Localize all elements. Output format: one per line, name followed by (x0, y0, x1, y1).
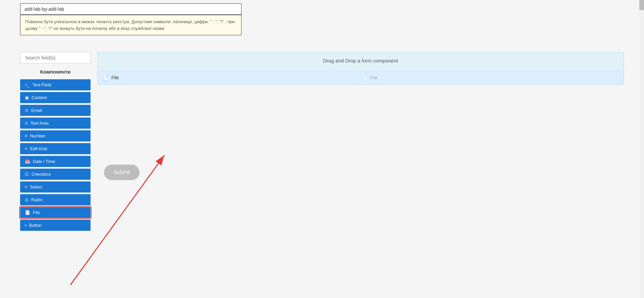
text-field-label: Text Field (33, 82, 51, 87)
file-form-row[interactable]: 📄 File 📄 File (97, 71, 624, 85)
components-list: >_Text Field▣Content⊙EmailAText Area#Num… (20, 79, 91, 231)
search-input[interactable] (20, 52, 91, 63)
scrollbar[interactable] (639, 0, 644, 298)
select-label: Select (30, 184, 42, 189)
component-btn-number[interactable]: #Number (20, 130, 91, 141)
radio-label: Radio (31, 197, 43, 202)
page-wrapper: add-lab-bp-add-lab Повинна бути унікальн… (0, 0, 644, 298)
file-icon: 📄 (25, 210, 30, 215)
component-btn-edit-grid[interactable]: ≡Edit Grid (20, 143, 91, 154)
content-label: Content (32, 95, 47, 100)
component-btn-file[interactable]: 📄File (20, 207, 91, 218)
submit-button[interactable]: Submit (104, 165, 140, 180)
date-time-icon: 📅 (25, 159, 30, 164)
component-btn-radio[interactable]: ◎Radio (20, 194, 91, 205)
hint-text: Повинна бути унікальною в межах тенанту … (20, 15, 241, 35)
input-box: add-lab-bp-add-lab Повинна бути унікальн… (20, 3, 241, 35)
checkbox-label: Checkbox (32, 172, 51, 177)
file-placeholder-icon: 📄 (362, 75, 368, 80)
email-label: Email (31, 108, 42, 113)
file-placeholder-text: File (370, 75, 378, 80)
checkbox-icon: ☑ (25, 172, 29, 177)
button-icon: ▪ (25, 223, 26, 228)
component-btn-select[interactable]: ≡Select (20, 181, 91, 193)
text-field-icon: >_ (25, 82, 30, 87)
top-section: add-lab-bp-add-lab Повинна бути унікальн… (0, 0, 644, 35)
component-btn-date-time[interactable]: 📅Date / Time (20, 156, 91, 167)
component-btn-checkbox[interactable]: ☑Checkbox (20, 169, 91, 180)
email-icon: ⊙ (25, 108, 29, 113)
sidebar: Компоненти >_Text Field▣Content⊙EmailATe… (20, 52, 91, 232)
drag-drop-text: Drag and Drop a form component (323, 58, 398, 63)
component-btn-email[interactable]: ⊙Email (20, 105, 91, 116)
component-btn-text-area[interactable]: AText Area (20, 118, 91, 129)
scrollbar-thumb[interactable] (639, 0, 644, 10)
radio-icon: ◎ (25, 197, 29, 202)
main-content: Компоненти >_Text Field▣Content⊙EmailATe… (0, 42, 644, 243)
file-row-label: File (111, 75, 119, 80)
service-name-input[interactable]: add-lab-bp-add-lab (20, 4, 241, 15)
number-icon: # (25, 133, 27, 138)
text-area-label: Text Area (31, 121, 49, 126)
date-time-label: Date / Time (33, 159, 55, 164)
file-icon-row: 📄 (103, 75, 109, 80)
number-label: Number (30, 133, 45, 138)
drag-drop-area: Drag and Drop a form component (97, 52, 624, 69)
component-btn-content[interactable]: ▣Content (20, 92, 91, 103)
sidebar-title: Компоненти (20, 69, 91, 75)
component-btn-button[interactable]: ▪Button (20, 220, 91, 231)
component-btn-text-field[interactable]: >_Text Field (20, 79, 91, 90)
edit-grid-icon: ≡ (25, 146, 28, 151)
content-icon: ▣ (25, 95, 29, 100)
select-icon: ≡ (25, 184, 28, 189)
text-area-icon: A (25, 121, 28, 126)
file-label: File (33, 210, 40, 215)
form-builder: Drag and Drop a form component 📄 File 📄 … (97, 52, 624, 232)
edit-grid-label: Edit Grid (30, 146, 47, 151)
button-label: Button (29, 223, 42, 228)
